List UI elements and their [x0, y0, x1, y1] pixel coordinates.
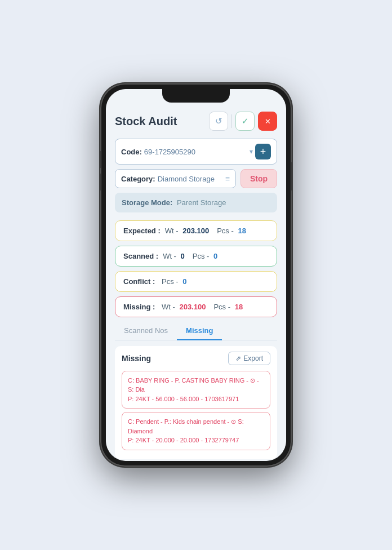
missing-section-header: Missing ⇗ Export [122, 352, 270, 365]
header: Stock Audit ↺ ✓ ✕ [115, 109, 277, 131]
volume-buttons [100, 151, 101, 190]
close-button[interactable]: ✕ [258, 112, 277, 131]
page-title: Stock Audit [115, 115, 177, 128]
header-actions: ↺ ✓ ✕ [209, 112, 277, 131]
missing-pcs: Pcs - 18 [213, 303, 243, 311]
category-value: Diamond Storage [158, 175, 225, 183]
missing-item-line1: C: BABY RING - P. CASTING BABY RING - ⊙ … [128, 376, 264, 394]
missing-pcs-value: 18 [235, 303, 243, 311]
export-icon: ⇗ [235, 354, 241, 362]
tabs-row: Scanned Nos Missing [115, 322, 277, 340]
tab-scanned-nos[interactable]: Scanned Nos [115, 322, 177, 340]
code-label: Code: [121, 148, 142, 156]
expected-wt: Wt - 203.100 [165, 227, 209, 235]
tab-missing[interactable]: Missing [177, 322, 222, 340]
category-row: Category: Diamond Storage ≡ Stop [115, 169, 277, 188]
missing-card: Missing : Wt - 203.100 Pcs - 18 [115, 296, 277, 317]
storage-mode-label: Storage Mode: [122, 198, 172, 207]
scanned-pcs: Pcs - 0 [193, 252, 217, 260]
expected-pcs-value: 18 [238, 227, 246, 235]
export-button[interactable]: ⇗ Export [228, 352, 270, 365]
missing-values: Wt - 203.100 Pcs - 18 [162, 303, 269, 311]
category-label: Category: [121, 175, 155, 183]
dropdown-arrow-icon: ▾ [250, 148, 253, 156]
confirm-button[interactable]: ✓ [235, 112, 255, 131]
storage-mode-field: Storage Mode: Parent Storage [115, 193, 277, 212]
code-value: 69-1725905290 [144, 148, 250, 156]
phone-screen: Stock Audit ↺ ✓ ✕ [106, 89, 286, 461]
missing-item-line1: C: Pendent - P.: Kids chain pendent - ⊙ … [128, 417, 264, 436]
scanned-wt: Wt - 0 [163, 252, 185, 260]
category-menu-icon: ≡ [225, 174, 230, 183]
conflict-values: Pcs - 0 [162, 277, 269, 286]
missing-wt-value: 203.100 [179, 303, 206, 311]
stop-button[interactable]: Stop [240, 169, 277, 188]
missing-item-line2: P: 24KT - 20.000 - 20.000 - 1732779747 [128, 436, 264, 445]
power-button [291, 162, 292, 190]
refresh-button[interactable]: ↺ [209, 112, 228, 131]
expected-values: Wt - 203.100 Pcs - 18 [165, 227, 269, 235]
missing-item: C: BABY RING - P. CASTING BABY RING - ⊙ … [122, 371, 270, 409]
conflict-pcs: Pcs - 0 [162, 277, 186, 286]
scanned-pcs-value: 0 [213, 252, 217, 260]
missing-label: Missing : [123, 303, 157, 311]
check-icon: ✓ [242, 116, 249, 126]
scanned-card: Scanned : Wt - 0 Pcs - 0 [115, 246, 277, 267]
phone-frame: Stock Audit ↺ ✓ ✕ [100, 83, 292, 467]
conflict-card: Conflict : Pcs - 0 [115, 271, 277, 292]
missing-section: Missing ⇗ Export C: BABY RING - P. CASTI… [115, 346, 277, 459]
expected-label: Expected : [123, 227, 161, 235]
expected-card: Expected : Wt - 203.100 Pcs - 18 [115, 220, 277, 241]
screen-content: Stock Audit ↺ ✓ ✕ [106, 89, 286, 461]
conflict-label: Conflict : [123, 277, 157, 286]
phone-wrapper: Stock Audit ↺ ✓ ✕ [100, 83, 292, 467]
add-code-button[interactable]: + [255, 144, 271, 159]
code-field: Code: 69-1725905290 ▾ + [115, 139, 277, 165]
vertical-divider [231, 114, 232, 128]
scanned-values: Wt - 0 Pcs - 0 [163, 252, 269, 260]
missing-item-line2: P: 24KT - 56.000 - 56.000 - 1703617971 [128, 394, 264, 404]
close-icon: ✕ [265, 117, 271, 126]
expected-pcs: Pcs - 18 [217, 227, 246, 235]
scanned-wt-value: 0 [181, 252, 185, 260]
notch [162, 89, 230, 103]
refresh-icon: ↺ [215, 116, 222, 126]
storage-mode-value: Parent Storage [177, 198, 226, 207]
conflict-pcs-value: 0 [182, 277, 186, 286]
category-field: Category: Diamond Storage ≡ [115, 169, 236, 188]
expected-wt-value: 203.100 [182, 227, 209, 235]
missing-section-title: Missing [122, 354, 151, 363]
missing-item: C: Pendent - P.: Kids chain pendent - ⊙ … [122, 412, 270, 450]
missing-wt: Wt - 203.100 [162, 303, 206, 311]
scanned-label: Scanned : [123, 252, 158, 260]
